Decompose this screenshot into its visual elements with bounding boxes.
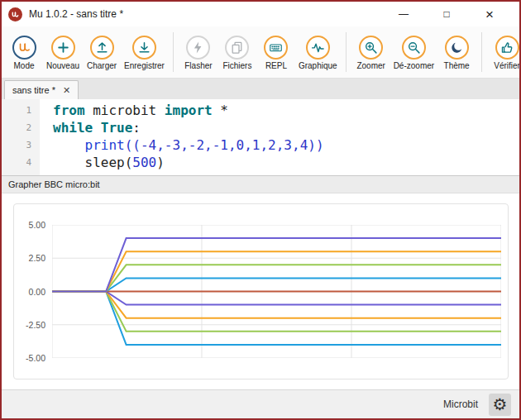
mu-window: Mu 1.0.2 - sans titre * — □ × ModeNouvea… xyxy=(0,0,521,420)
zoom-in-icon xyxy=(359,36,383,60)
editor-line: 3 print((-4,-3,-2,-1,0,1,2,3,4)) xyxy=(2,136,519,154)
toolbar-button-label: Vérifier xyxy=(494,61,520,70)
flash-button[interactable]: Flasher xyxy=(180,35,217,70)
upload-icon xyxy=(90,36,114,60)
plus-icon xyxy=(51,36,75,60)
maximize-button[interactable]: □ xyxy=(425,2,468,26)
window-controls: — □ × xyxy=(382,2,519,26)
toolbar-button-label: Zoomer xyxy=(356,61,385,70)
toolbar-button-label: Fichiers xyxy=(222,61,251,70)
code-token: while xyxy=(53,120,93,136)
code-line: while True: xyxy=(40,119,141,136)
y-tick-label: -5.00 xyxy=(26,353,45,363)
thumbs-up-icon xyxy=(495,36,519,60)
waveform-icon xyxy=(306,36,330,60)
y-tick-label: 2.50 xyxy=(29,253,45,263)
repl-button[interactable]: REPL xyxy=(258,35,294,70)
code-token xyxy=(53,155,85,170)
code-token: * xyxy=(213,103,228,118)
toolbar: ModeNouveauChargerEnregistrerFlasherFich… xyxy=(2,26,519,79)
y-tick-label: 5.00 xyxy=(29,220,45,230)
code-line: print((-4,-3,-2,-1,0,1,2,3,4)) xyxy=(40,136,324,154)
toolbar-separator xyxy=(173,32,174,72)
mu-mode-icon xyxy=(12,36,36,60)
code-editor[interactable]: 1from microbit import *2while True:3 pri… xyxy=(2,99,519,175)
code-token: print xyxy=(85,137,125,153)
toolbar-button-label: Dé-zoomer xyxy=(394,61,434,70)
line-number: 4 xyxy=(2,154,40,171)
tab-close-icon[interactable]: ✕ xyxy=(63,86,70,95)
code-token: ( xyxy=(125,155,133,170)
zoom-in-button[interactable]: Zoomer xyxy=(353,35,390,70)
plotter-title: Grapher BBC micro:bit xyxy=(8,179,100,189)
mode-button[interactable]: Mode xyxy=(6,35,42,70)
tab-sans-titre[interactable]: sans titre *✕ xyxy=(4,80,79,99)
editor-line: 4 sleep(500) xyxy=(2,154,519,171)
minimize-button[interactable]: — xyxy=(382,2,425,26)
toolbar-button-label: Flasher xyxy=(184,61,212,70)
minimize-icon: — xyxy=(399,9,409,19)
editor-lines: 1from microbit import *2while True:3 pri… xyxy=(2,99,519,171)
code-token: ) xyxy=(156,155,165,170)
chart: 5.002.500.00-2.50-5.00 xyxy=(13,203,509,379)
zoom-out-icon xyxy=(402,36,426,60)
download-icon xyxy=(132,36,156,60)
toolbar-button-label: Nouveau xyxy=(46,61,79,70)
toolbar-button-label: Graphique xyxy=(299,61,337,70)
plotter-header: Grapher BBC micro:bit xyxy=(2,175,519,193)
tab-bar: sans titre *✕ xyxy=(2,79,519,99)
maximize-icon: □ xyxy=(443,9,449,19)
window-title: Mu 1.0.2 - sans titre * xyxy=(29,8,123,20)
tab-label: sans titre * xyxy=(12,85,55,95)
close-button[interactable]: × xyxy=(468,2,511,26)
toolbar-separator xyxy=(481,32,482,72)
toolbar-button-label: REPL xyxy=(265,61,287,70)
toolbar-button-label: Charger xyxy=(87,61,117,70)
files-icon xyxy=(225,36,249,60)
toolbar-button-label: Enregistrer xyxy=(124,61,165,70)
y-tick-label: 0.00 xyxy=(29,287,45,297)
code-token: ((-4,-3,-2,-1,0,1,2,3,4)) xyxy=(125,137,324,153)
toolbar-separator xyxy=(346,32,347,72)
editor-line: 1from microbit import * xyxy=(2,102,519,119)
editor-line: 2while True: xyxy=(2,119,519,136)
plot-svg xyxy=(52,225,501,358)
code-token xyxy=(93,120,101,136)
keyboard-icon xyxy=(264,36,288,60)
code-token: 500 xyxy=(132,155,156,170)
y-axis-labels: 5.002.500.00-2.50-5.00 xyxy=(14,225,45,358)
toolbar-button-label: Mode xyxy=(13,61,34,70)
plot-area xyxy=(52,225,501,358)
check-button[interactable]: Vérifier xyxy=(489,35,521,70)
zoom-out-button[interactable]: Dé-zoomer xyxy=(392,35,436,70)
new-button[interactable]: Nouveau xyxy=(45,35,81,70)
save-button[interactable]: Enregistrer xyxy=(122,35,166,70)
mu-logo-icon xyxy=(8,7,22,21)
theme-button[interactable]: Thème xyxy=(438,35,475,70)
plotter-panel: 5.002.500.00-2.50-5.00 xyxy=(2,193,519,389)
code-token: : xyxy=(132,120,141,136)
load-button[interactable]: Charger xyxy=(84,35,120,70)
code-token: True xyxy=(101,120,133,136)
status-bar: Microbit ⚙ xyxy=(2,389,519,418)
moon-icon xyxy=(445,36,469,60)
code-token: microbit xyxy=(85,103,165,118)
flash-icon xyxy=(186,36,210,60)
gear-icon: ⚙ xyxy=(493,396,508,413)
device-mode-label: Microbit xyxy=(443,399,478,410)
code-token: sleep xyxy=(85,155,125,170)
titlebar: Mu 1.0.2 - sans titre * — □ × xyxy=(2,2,519,26)
toolbar-button-label: Thème xyxy=(444,61,470,70)
admin-button[interactable]: ⚙ xyxy=(489,394,511,416)
plotter-button[interactable]: Graphique xyxy=(297,35,339,70)
code-token: import xyxy=(165,103,213,118)
code-line: sleep(500) xyxy=(40,154,165,171)
line-number: 3 xyxy=(2,136,40,154)
y-tick-label: -2.50 xyxy=(26,320,45,330)
code-token xyxy=(53,137,85,153)
code-token: from xyxy=(53,103,85,118)
files-button[interactable]: Fichiers xyxy=(219,35,256,70)
line-number: 1 xyxy=(2,102,40,119)
code-line: from microbit import * xyxy=(40,102,228,119)
close-icon: × xyxy=(485,7,494,21)
